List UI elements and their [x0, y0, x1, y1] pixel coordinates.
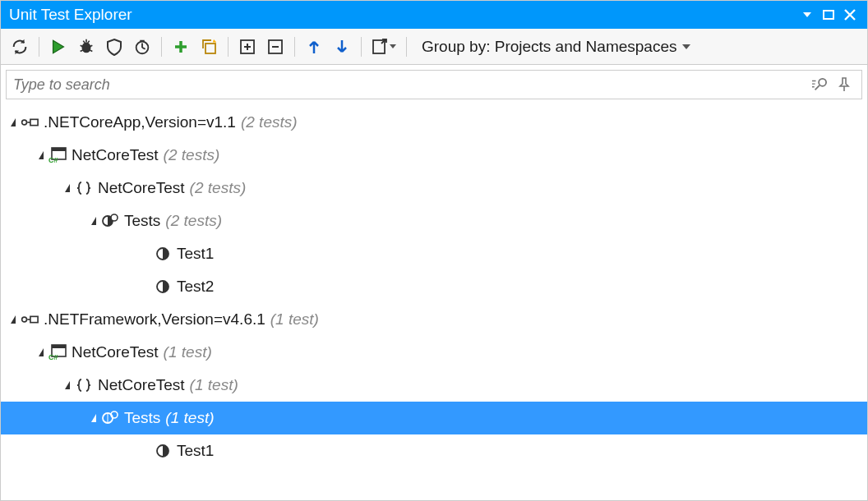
- title-bar: Unit Test Explorer: [1, 1, 867, 29]
- csharp-project-icon: C#: [48, 146, 67, 164]
- search-input[interactable]: [13, 76, 807, 94]
- node-count: (1 test): [270, 310, 319, 329]
- node-label: Test1: [177, 245, 214, 263]
- test-icon: [154, 442, 172, 460]
- svg-point-23: [111, 411, 118, 418]
- svg-point-17: [22, 317, 27, 322]
- svg-point-14: [111, 214, 118, 221]
- expander-icon: [65, 184, 70, 192]
- expander-icon: [39, 348, 44, 356]
- expander-icon: [91, 414, 96, 422]
- svg-rect-11: [52, 148, 66, 151]
- tree-test[interactable]: Test2: [1, 270, 867, 303]
- node-count: (1 test): [164, 343, 212, 361]
- node-label: NetCoreTest: [72, 146, 159, 164]
- test-class-icon: [101, 409, 119, 427]
- maximize-button[interactable]: [818, 4, 839, 25]
- toolbar-separator: [161, 37, 162, 57]
- svg-text:C#: C#: [48, 156, 58, 163]
- new-session-button[interactable]: [167, 33, 195, 61]
- node-label: NetCoreTest: [98, 179, 185, 197]
- node-label: Tests: [124, 409, 160, 427]
- chevron-down-icon: [390, 44, 396, 48]
- svg-rect-20: [52, 345, 66, 348]
- export-button[interactable]: [367, 33, 401, 61]
- tree-class[interactable]: Tests (2 tests): [1, 205, 867, 237]
- svg-rect-0: [824, 11, 833, 19]
- profile-button[interactable]: [128, 33, 156, 61]
- toolbar-separator: [39, 37, 39, 57]
- tree-group-framework[interactable]: .NETCoreApp,Version=v1.1 (2 tests): [1, 106, 867, 139]
- node-label: NetCoreTest: [72, 343, 159, 361]
- tree-class[interactable]: Tests (1 test): [1, 402, 867, 434]
- node-count: (2 tests): [241, 113, 298, 131]
- tree-test[interactable]: Test1: [1, 237, 867, 270]
- toolbar-separator: [406, 37, 407, 57]
- node-count: (2 tests): [190, 179, 247, 197]
- toolbar: Group by: Projects and Namespaces: [1, 29, 867, 65]
- svg-rect-9: [30, 119, 38, 125]
- namespace-icon: [75, 179, 93, 197]
- node-label: NetCoreTest: [98, 376, 185, 394]
- toolbar-separator: [361, 37, 362, 57]
- target-icon: [21, 310, 39, 329]
- svg-point-1: [82, 42, 91, 53]
- svg-point-8: [22, 120, 27, 125]
- toolbar-separator: [228, 37, 229, 57]
- svg-rect-3: [205, 44, 215, 53]
- tree-test[interactable]: Test1: [1, 434, 867, 467]
- window-title: Unit Test Explorer: [9, 6, 796, 24]
- node-count: (1 test): [190, 376, 238, 394]
- tree-project[interactable]: C# NetCoreTest (1 test): [1, 336, 867, 369]
- close-button[interactable]: [839, 4, 861, 25]
- next-failed-button[interactable]: [328, 33, 356, 61]
- prev-failed-button[interactable]: [300, 33, 328, 61]
- group-by-dropdown[interactable]: Group by: Projects and Namespaces: [418, 38, 694, 56]
- svg-text:C#: C#: [48, 353, 58, 361]
- search-bar: [6, 70, 862, 99]
- expand-all-button[interactable]: [233, 33, 261, 61]
- csharp-project-icon: C#: [48, 343, 67, 361]
- tree-group-framework[interactable]: .NETFramework,Version=v4.6.1 (1 test): [1, 303, 867, 336]
- tree-project[interactable]: C# NetCoreTest (2 tests): [1, 139, 867, 172]
- node-label: Test2: [177, 278, 214, 296]
- expander-icon: [91, 217, 96, 225]
- tree-namespace[interactable]: NetCoreTest (1 test): [1, 369, 867, 402]
- expander-icon: [11, 315, 16, 324]
- chevron-down-icon: [682, 44, 690, 49]
- target-icon: [21, 113, 39, 131]
- pin-button[interactable]: [832, 72, 856, 97]
- refresh-button[interactable]: [6, 33, 34, 61]
- append-session-button[interactable]: [195, 33, 223, 61]
- window-options-button[interactable]: [796, 4, 818, 25]
- node-label: Tests: [124, 212, 160, 230]
- debug-button[interactable]: [72, 33, 100, 61]
- node-label: Test1: [177, 442, 214, 460]
- namespace-icon: [75, 376, 93, 394]
- node-label: .NETCoreApp,Version=v1.1: [44, 113, 236, 131]
- expander-icon: [39, 151, 44, 159]
- search-options-button[interactable]: [807, 72, 832, 97]
- test-icon: [154, 278, 172, 296]
- run-button[interactable]: [44, 33, 72, 61]
- toolbar-separator: [294, 37, 295, 57]
- node-label: .NETFramework,Version=v4.6.1: [44, 310, 265, 329]
- node-count: (1 test): [165, 409, 214, 427]
- expander-icon: [11, 118, 16, 126]
- coverage-button[interactable]: [100, 33, 128, 61]
- node-count: (2 tests): [165, 212, 222, 230]
- group-by-label: Group by: Projects and Namespaces: [422, 38, 677, 56]
- node-count: (2 tests): [164, 146, 220, 164]
- test-class-icon: [101, 212, 119, 230]
- svg-rect-18: [30, 316, 38, 322]
- expander-icon: [65, 381, 70, 389]
- tree-namespace[interactable]: NetCoreTest (2 tests): [1, 172, 867, 205]
- collapse-all-button[interactable]: [261, 33, 289, 61]
- svg-point-7: [819, 79, 826, 86]
- test-icon: [154, 245, 172, 263]
- test-tree: .NETCoreApp,Version=v1.1 (2 tests) C# Ne…: [1, 103, 867, 474]
